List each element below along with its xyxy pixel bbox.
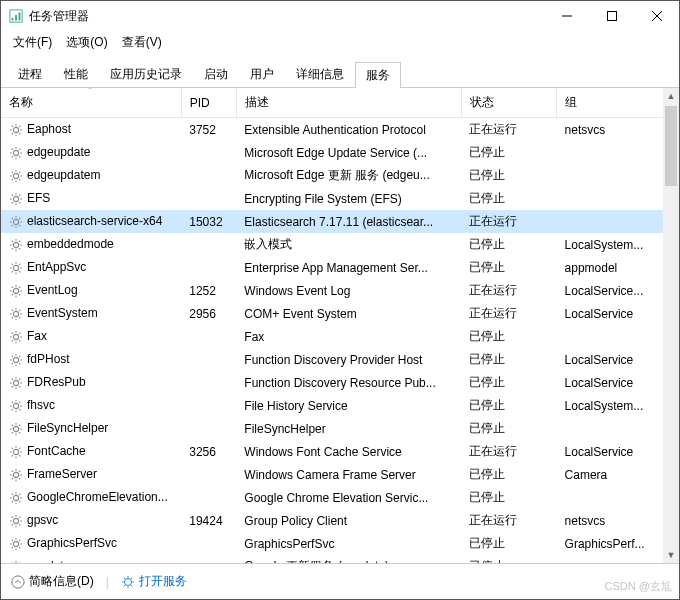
svg-line-140 xyxy=(19,455,20,456)
close-button[interactable] xyxy=(634,1,679,31)
task-manager-window: 任务管理器 文件(F) 选项(O) 查看(V) 进程 性能 应用历史记录 启动 … xyxy=(0,0,680,600)
svg-rect-2 xyxy=(15,15,17,20)
table-row[interactable]: FontCache3256Windows Font Cache Service正… xyxy=(1,440,679,463)
svg-line-41 xyxy=(19,202,20,203)
svg-line-33 xyxy=(12,179,13,180)
svg-line-60 xyxy=(12,248,13,249)
table-row[interactable]: gpsvc19424Group Policy Client正在运行netsvcs xyxy=(1,509,679,532)
cell-status: 正在运行 xyxy=(461,302,556,325)
maximize-button[interactable] xyxy=(589,1,634,31)
svg-line-113 xyxy=(19,386,20,387)
svg-line-141 xyxy=(12,455,13,456)
cell-status: 已停止 xyxy=(461,555,556,563)
table-row[interactable]: edgeupdateMicrosoft Edge Update Service … xyxy=(1,141,679,164)
cell-group: GraphicsPerf... xyxy=(557,532,679,555)
cell-name: EntAppSvc xyxy=(1,256,181,279)
table-row[interactable]: EventSystem2956COM+ Event System正在运行Loca… xyxy=(1,302,679,325)
tab-users[interactable]: 用户 xyxy=(239,61,285,87)
menu-file[interactable]: 文件(F) xyxy=(7,32,58,53)
cell-group: LocalService xyxy=(557,348,679,371)
gear-icon xyxy=(9,146,23,160)
svg-line-42 xyxy=(12,202,13,203)
table-row[interactable]: FrameServerWindows Camera Frame Server已停… xyxy=(1,463,679,486)
svg-line-122 xyxy=(19,409,20,410)
scroll-down-icon[interactable]: ▼ xyxy=(663,547,679,563)
svg-line-49 xyxy=(12,218,13,219)
gear-icon xyxy=(9,422,23,436)
cell-desc: Extensible Authentication Protocol xyxy=(236,118,461,142)
svg-point-107 xyxy=(13,380,18,385)
cell-group xyxy=(557,141,679,164)
table-row[interactable]: Eaphost3752Extensible Authentication Pro… xyxy=(1,118,679,142)
svg-line-142 xyxy=(19,448,20,449)
column-group[interactable]: 组 xyxy=(557,88,679,118)
cell-desc: Microsoft Edge 更新 服务 (edgeu... xyxy=(236,164,461,187)
table-row[interactable]: fdPHostFunction Discovery Provider Host已… xyxy=(1,348,679,371)
svg-line-22 xyxy=(12,149,13,150)
table-row[interactable]: elasticsearch-service-x6415032Elasticsea… xyxy=(1,210,679,233)
svg-line-51 xyxy=(12,225,13,226)
svg-line-148 xyxy=(12,471,13,472)
table-row[interactable]: FileSyncHelperFileSyncHelper已停止 xyxy=(1,417,679,440)
cell-pid xyxy=(181,532,236,555)
svg-line-168 xyxy=(12,524,13,525)
cell-group: appmodel xyxy=(557,256,679,279)
table-row[interactable]: gupdateGoogle 更新服务 (gupdate)已停止 xyxy=(1,555,679,563)
tab-services[interactable]: 服务 xyxy=(355,62,401,88)
tab-processes[interactable]: 进程 xyxy=(7,61,53,87)
column-desc[interactable]: 描述 xyxy=(236,88,461,118)
cell-status: 已停止 xyxy=(461,394,556,417)
svg-point-197 xyxy=(12,575,24,587)
chevron-up-circle-icon[interactable] xyxy=(11,575,25,589)
table-row[interactable]: EventLog1252Windows Event Log正在运行LocalSe… xyxy=(1,279,679,302)
table-row[interactable]: fhsvcFile History Service已停止LocalSystem.… xyxy=(1,394,679,417)
svg-line-123 xyxy=(12,409,13,410)
fewer-details-link[interactable]: 简略信息(D) xyxy=(29,573,94,590)
table-row[interactable]: embeddedmode嵌入模式已停止LocalSystem... xyxy=(1,233,679,256)
column-pid[interactable]: PID xyxy=(181,88,236,118)
cell-pid xyxy=(181,164,236,187)
menu-options[interactable]: 选项(O) xyxy=(60,32,113,53)
table-row[interactable]: FDResPubFunction Discovery Resource Pub.… xyxy=(1,371,679,394)
tab-history[interactable]: 应用历史记录 xyxy=(99,61,193,87)
cell-pid xyxy=(181,371,236,394)
gear-icon xyxy=(9,307,23,321)
table-row[interactable]: FaxFax已停止 xyxy=(1,325,679,348)
cell-desc: Windows Event Log xyxy=(236,279,461,302)
cell-group xyxy=(557,325,679,348)
menu-view[interactable]: 查看(V) xyxy=(116,32,168,53)
vertical-scrollbar[interactable]: ▲ ▼ xyxy=(663,88,679,563)
table-row[interactable]: GoogleChromeElevation...Google Chrome El… xyxy=(1,486,679,509)
table-row[interactable]: EFSEncrypting File System (EFS)已停止 xyxy=(1,187,679,210)
svg-line-157 xyxy=(12,494,13,495)
svg-line-32 xyxy=(19,179,20,180)
svg-line-97 xyxy=(19,333,20,334)
column-name[interactable]: ˄名称 xyxy=(1,88,181,118)
table-row[interactable]: edgeupdatemMicrosoft Edge 更新 服务 (edgeu..… xyxy=(1,164,679,187)
svg-point-71 xyxy=(13,288,18,293)
svg-line-78 xyxy=(12,294,13,295)
open-services-link[interactable]: 打开服务 xyxy=(139,573,187,590)
scroll-up-icon[interactable]: ▲ xyxy=(663,88,679,104)
svg-line-175 xyxy=(12,540,13,541)
svg-point-80 xyxy=(13,311,18,316)
tab-details[interactable]: 详细信息 xyxy=(285,61,355,87)
cell-group: LocalSystem... xyxy=(557,394,679,417)
cell-desc: Windows Camera Frame Server xyxy=(236,463,461,486)
scroll-thumb[interactable] xyxy=(665,106,677,186)
column-status[interactable]: 状态 xyxy=(461,88,556,118)
table-row[interactable]: EntAppSvcEnterprise App Management Ser..… xyxy=(1,256,679,279)
cell-group xyxy=(557,210,679,233)
svg-point-152 xyxy=(13,495,18,500)
tab-performance[interactable]: 性能 xyxy=(53,61,99,87)
cell-name: Fax xyxy=(1,325,181,348)
svg-line-67 xyxy=(12,264,13,265)
gear-icon xyxy=(9,353,23,367)
table-row[interactable]: GraphicsPerfSvcGraphicsPerfSvc已停止Graphic… xyxy=(1,532,679,555)
gear-icon xyxy=(9,238,23,252)
svg-line-114 xyxy=(12,386,13,387)
gear-icon xyxy=(9,261,23,275)
tab-startup[interactable]: 启动 xyxy=(193,61,239,87)
minimize-button[interactable] xyxy=(544,1,589,31)
gear-icon xyxy=(9,376,23,390)
